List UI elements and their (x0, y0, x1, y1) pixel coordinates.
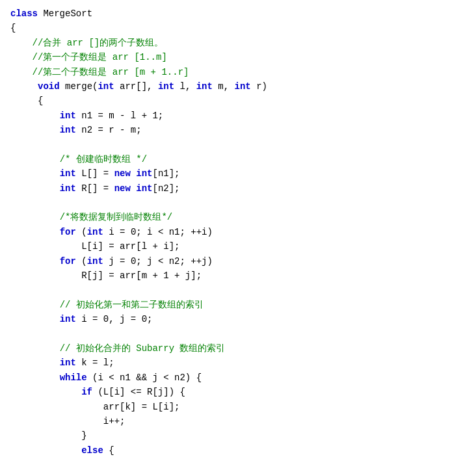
code-line-15: /*将数据复制到临时数组*/ (10, 210, 466, 224)
code-line-25: int k = l; (10, 356, 466, 370)
code-line-27: if (L[i] <= R[j]) { (10, 385, 466, 399)
code-line-8: int n1 = m - l + 1; (10, 109, 466, 123)
code-line-4: //第一个子数组是 arr [1..m] (10, 50, 466, 64)
code-line-5: //第二个子数组是 arr [m + 1..r] (10, 65, 466, 79)
code-container: class MergeSort { //合并 arr []的两个子数组。 //第… (10, 7, 466, 458)
code-line-7: { (10, 94, 466, 108)
code-line-17: L[i] = arr[l + i]; (10, 239, 466, 254)
code-line-26: while (i < n1 && j < n2) { (10, 371, 466, 385)
code-line-31: else { (10, 443, 466, 458)
code-line-13: int R[] = new int[n2]; (10, 181, 466, 196)
code-line-23 (10, 327, 466, 341)
code-line-6: void merge(int arr[], int l, int m, int … (10, 79, 466, 94)
code-line-22: int i = 0, j = 0; (10, 312, 466, 326)
code-line-24: // 初始化合并的 Subarry 数组的索引 (10, 341, 466, 356)
code-line-29: i++; (10, 414, 466, 428)
code-line-3: //合并 arr []的两个子数组。 (10, 36, 466, 50)
code-line-18: for (int j = 0; j < n2; ++j) (10, 254, 466, 268)
code-line-30: } (10, 428, 466, 443)
code-line-28: arr[k] = L[i]; (10, 400, 466, 414)
code-line-16: for (int i = 0; i < n1; ++i) (10, 225, 466, 239)
code-line-11: /* 创建临时数组 */ (10, 152, 466, 166)
code-line-20 (10, 283, 466, 297)
code-line-9: int n2 = r - m; (10, 123, 466, 137)
code-line-19: R[j] = arr[m + 1 + j]; (10, 268, 466, 283)
code-line-10 (10, 138, 466, 152)
code-line-2: { (10, 21, 466, 35)
code-line-1: class MergeSort (10, 7, 466, 21)
code-line-14 (10, 196, 466, 210)
code-line-12: int L[] = new int[n1]; (10, 166, 466, 181)
code-line-21: // 初始化第一和第二子数组的索引 (10, 298, 466, 312)
